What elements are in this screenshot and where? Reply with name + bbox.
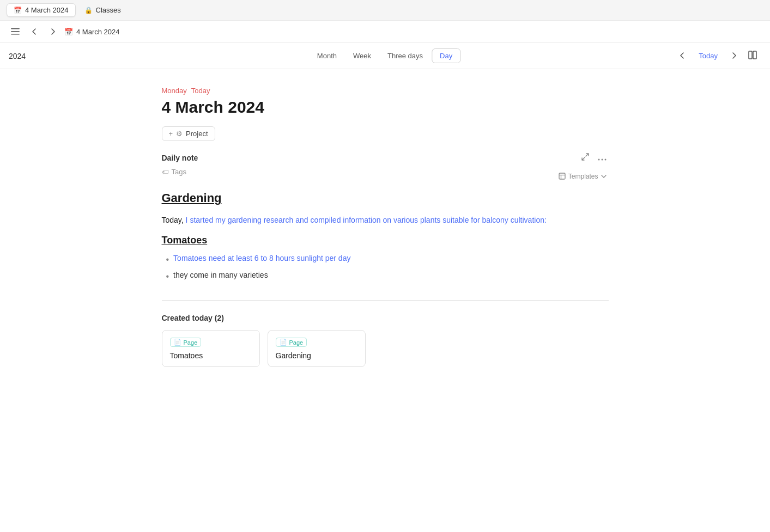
bullet-item-1: Tomatoes need at least 6 to 8 hours sunl… (166, 254, 609, 266)
svg-rect-3 (749, 51, 752, 59)
daily-note-title: Daily note (162, 154, 198, 162)
svg-rect-8 (559, 173, 565, 179)
day-name: Monday (162, 87, 187, 95)
tab-bar: 📅 4 March 2024 🔒 Classes (0, 0, 770, 21)
bullet-item-2: they come in many varieties (166, 271, 609, 283)
gear-icon: ⚙ (176, 130, 183, 138)
main-tab[interactable]: 📅 4 March 2024 (7, 3, 76, 17)
templates-button[interactable]: Templates (556, 172, 609, 181)
bullet-list: Tomatoes need at least 6 to 8 hours sunl… (162, 254, 609, 283)
divider (162, 300, 609, 301)
cal-nav-right: Today (675, 48, 761, 63)
back-icon (31, 28, 38, 35)
next-icon (731, 52, 737, 59)
more-icon (598, 158, 607, 161)
classes-tab-label: Classes (96, 6, 121, 14)
templates-icon (559, 173, 566, 180)
daily-note-header: Daily note (162, 152, 609, 163)
more-button[interactable] (596, 152, 609, 163)
main-heading: Gardening (162, 191, 609, 205)
main-content: Monday Today 4 March 2024 + ⚙ Project Da… (140, 69, 630, 384)
body-text-blue: I started my gardening research and comp… (186, 216, 547, 224)
tag-icon: 🏷 (162, 168, 168, 176)
today-label: Today (191, 87, 210, 95)
breadcrumb-calendar-icon: 📅 (64, 28, 73, 36)
classes-tab[interactable]: 🔒 Classes (78, 4, 128, 16)
svg-point-5 (598, 158, 599, 160)
layout-button[interactable] (744, 48, 761, 63)
menu-icon (11, 27, 20, 36)
expand-icon (581, 153, 589, 161)
tags-label: Tags (172, 168, 186, 176)
toolbar: 📅 4 March 2024 (0, 21, 770, 43)
page-icon-1: 📄 (174, 339, 181, 346)
svg-point-6 (601, 158, 603, 160)
templates-label: Templates (568, 173, 598, 180)
svg-point-7 (604, 158, 606, 160)
tab-month[interactable]: Month (310, 49, 344, 63)
breadcrumb-date: 4 March 2024 (76, 28, 120, 36)
forward-button[interactable] (46, 26, 60, 38)
bullet-2-text: they come in many varieties (173, 271, 268, 279)
tab-week[interactable]: Week (345, 49, 379, 63)
daily-note-actions (579, 152, 609, 163)
sub-heading: Tomatoes (162, 235, 609, 246)
chevron-down-icon (601, 175, 607, 178)
card-title-2: Gardening (276, 351, 357, 360)
layout-icon (748, 51, 757, 59)
forward-icon (49, 28, 57, 35)
card-tag-label-1: Page (184, 339, 198, 346)
card-gardening[interactable]: 📄 Page Gardening (268, 330, 366, 367)
created-cards: 📄 Page Tomatoes 📄 Page Gardening (162, 330, 609, 367)
tab-day[interactable]: Day (432, 48, 460, 63)
page-icon-2: 📄 (280, 339, 287, 346)
card-tomatoes[interactable]: 📄 Page Tomatoes (162, 330, 260, 367)
created-today-section: Created today (2) 📄 Page Tomatoes 📄 Page… (162, 314, 609, 367)
svg-rect-4 (753, 51, 756, 59)
daily-note-section: Daily note 🏷 Tags (162, 152, 609, 185)
note-body-text: Today, I started my gardening research a… (162, 214, 609, 226)
add-project-button[interactable]: + ⚙ Project (162, 126, 215, 141)
prev-button[interactable] (675, 50, 690, 63)
body-text-start: Today, (162, 216, 186, 224)
calendar-nav: 2024 Month Week Three days Day Today (0, 43, 770, 69)
main-tab-label: 4 March 2024 (25, 6, 69, 14)
view-tabs: Month Week Three days Day (310, 48, 460, 63)
card-tag-label-2: Page (289, 339, 304, 346)
card-tag-1: 📄 Page (170, 338, 202, 347)
calendar-tab-icon: 📅 (14, 7, 22, 14)
back-button[interactable] (27, 26, 41, 38)
day-title: 4 March 2024 (162, 98, 609, 117)
add-project-label: Project (186, 130, 208, 138)
card-title-1: Tomatoes (170, 351, 252, 360)
note-content: Gardening Today, I started my gardening … (162, 191, 609, 283)
day-label: Monday Today (162, 87, 609, 95)
menu-button[interactable] (8, 25, 23, 38)
lock-tab-icon: 🔒 (84, 7, 93, 14)
card-tag-2: 📄 Page (276, 338, 307, 347)
calendar-year: 2024 (9, 52, 26, 60)
expand-button[interactable] (579, 152, 591, 163)
plus-icon: + (169, 130, 173, 138)
svg-rect-2 (11, 34, 20, 35)
breadcrumb: 📅 4 March 2024 (64, 28, 120, 36)
svg-rect-1 (11, 31, 20, 32)
tab-three-days[interactable]: Three days (380, 49, 431, 63)
bullet-1-text: Tomatoes need at least 6 to 8 hours sunl… (173, 254, 350, 262)
tags-row: 🏷 Tags (162, 168, 186, 176)
prev-icon (679, 52, 686, 59)
today-button[interactable]: Today (692, 49, 724, 63)
svg-rect-0 (11, 28, 20, 29)
next-button[interactable] (726, 50, 742, 63)
created-today-title: Created today (2) (162, 314, 609, 322)
